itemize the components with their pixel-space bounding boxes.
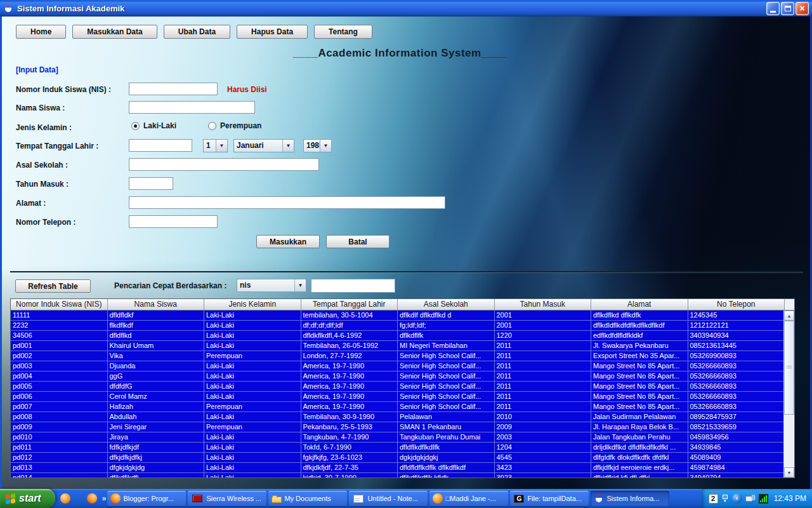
- birth-year-select[interactable]: 1985: [303, 139, 332, 152]
- search-filter-select[interactable]: nis: [237, 279, 306, 292]
- table-cell: dfjkdfjkdfj: [108, 473, 205, 478]
- table-row[interactable]: pd003DjuandaLaki-LakiAmerica, 19-7-1990S…: [11, 361, 783, 371]
- table-row[interactable]: 11111dfldfldkfLaki-Lakitembilahan, 30-5-…: [11, 311, 783, 321]
- table-row[interactable]: pd004ggGLaki-LakiAmerica, 19-7-1990Senio…: [11, 371, 783, 382]
- chevron-down-icon[interactable]: [216, 140, 227, 152]
- table-cell: pd006: [11, 392, 108, 402]
- table-row[interactable]: 2232flkdflkdfLaki-Lakidf;df;df;dlf;ldffg…: [11, 321, 783, 331]
- hide-icons-chevron[interactable]: ▼: [721, 495, 729, 503]
- vertical-scrollbar[interactable]: [783, 311, 794, 478]
- scroll-up-button[interactable]: [784, 311, 794, 321]
- table-cell: flkdflkdf: [108, 321, 205, 331]
- close-button[interactable]: ×: [796, 2, 809, 15]
- nav-button[interactable]: Home: [16, 25, 66, 39]
- task-button[interactable]: □Maddi Jane -...: [429, 491, 508, 506]
- table-row[interactable]: pd013dfgkjdgkjdgLaki-Lakidfkjdkfjdf, 22-…: [11, 463, 783, 473]
- gender-female-radio[interactable]: [208, 122, 216, 130]
- wireless-network-icon[interactable]: [745, 493, 756, 504]
- table-cell: 11111: [11, 311, 108, 321]
- table-cell: Laki-Laki: [204, 432, 301, 443]
- table-cell: dfkjdkfjdf, 22-7-35: [301, 463, 398, 473]
- nama-input[interactable]: [129, 101, 255, 114]
- quick-launch-overflow-chevron[interactable]: »: [101, 494, 108, 503]
- table-row[interactable]: pd014dfjkdfjkdfjLaki-Lakikjdkjd, 30-7-19…: [11, 473, 783, 478]
- submit-button[interactable]: Masukkan: [256, 235, 320, 248]
- table-row[interactable]: pd012dfkjdfkjdfkjLaki-Lakifgkjfkjfg, 23-…: [11, 453, 783, 463]
- table-cell: Laki-Laki: [204, 331, 301, 341]
- nav-button-label: Hapus Data: [251, 27, 293, 36]
- birth-place-input[interactable]: [129, 139, 192, 152]
- tahun-masuk-input[interactable]: [129, 177, 173, 190]
- scroll-down-button[interactable]: [784, 467, 794, 478]
- telepon-input[interactable]: [129, 215, 218, 228]
- table-cell: 2011: [495, 382, 592, 392]
- table-cell: 089528475937: [688, 412, 784, 422]
- table-cell: Laki-Laki: [204, 453, 301, 463]
- quick-launch-icon[interactable]: [87, 493, 97, 504]
- table-header: Nomor Induk Siswa (NIS)Nama SiswaJenis K…: [11, 299, 794, 311]
- messenger-tray-icon[interactable]: 2: [709, 494, 718, 504]
- gender-male-radio[interactable]: [131, 122, 140, 130]
- table-column-header[interactable]: Alamat: [591, 299, 688, 311]
- table-cell: Khairul Umam: [108, 341, 205, 351]
- task-icon: [514, 495, 524, 503]
- nav-button[interactable]: Masukkan Data: [72, 25, 157, 39]
- nav-button[interactable]: Ubah Data: [164, 25, 230, 39]
- task-icon: [594, 493, 604, 504]
- task-button[interactable]: Untitled - Note...: [349, 491, 428, 506]
- chevron-down-icon[interactable]: [294, 279, 306, 291]
- table-cell: pd013: [11, 463, 108, 473]
- nis-input[interactable]: [129, 83, 218, 95]
- table-row[interactable]: pd007HafizahPerempuanAmerica, 19-7-1990S…: [11, 402, 783, 412]
- start-button[interactable]: start: [0, 489, 55, 508]
- table-row[interactable]: pd006Cerol MamzLaki-LakiAmerica, 19-7-19…: [11, 392, 783, 402]
- table-cell: Laki-Laki: [204, 341, 301, 351]
- asal-sekolah-input[interactable]: [129, 158, 319, 171]
- task-button[interactable]: Blogger: Progr...: [107, 491, 186, 506]
- table-row[interactable]: pd010JirayaLaki-LakiTangkuban, 4-7-1990T…: [11, 432, 783, 443]
- table-row[interactable]: pd002VikaPerempuanLondon, 27-7-1992Senio…: [11, 351, 783, 361]
- scrollbar-thumb[interactable]: [784, 321, 794, 415]
- search-filter-value: nis: [237, 279, 294, 291]
- table-cell: dfldflkdflkdlfk: [398, 443, 495, 453]
- search-query-input[interactable]: [311, 279, 395, 293]
- quick-launch-icon[interactable]: [60, 493, 70, 504]
- nav-button[interactable]: Hapus Data: [237, 25, 308, 39]
- nama-label: Nama Siswa :: [16, 104, 65, 112]
- table-cell: pd005: [11, 382, 108, 392]
- task-button[interactable]: Sierra Wireless ...: [188, 491, 266, 506]
- table-column-header[interactable]: No Telepon: [688, 299, 785, 311]
- table-column-header[interactable]: Jenis Kelamin: [204, 299, 301, 311]
- bluetooth-tray-icon[interactable]: ‹: [732, 493, 742, 504]
- table-column-header[interactable]: Tempat Tanggal Lahir: [301, 299, 398, 311]
- chevron-down-icon[interactable]: [282, 140, 294, 152]
- task-button[interactable]: File: tampilData...: [510, 491, 589, 506]
- nav-button[interactable]: Tentang: [314, 25, 372, 39]
- table-column-header[interactable]: Tahun Masuk: [495, 299, 592, 311]
- table-row[interactable]: pd001Khairul UmamLaki-LakiTembilahan, 26…: [11, 341, 783, 351]
- chevron-down-icon[interactable]: [320, 140, 331, 152]
- signal-strength-icon[interactable]: [759, 494, 768, 504]
- task-icon: [272, 497, 282, 503]
- table-column-header[interactable]: Nama Siswa: [108, 299, 205, 311]
- birth-day-select[interactable]: 1: [203, 139, 228, 152]
- alamat-input[interactable]: [129, 196, 445, 209]
- task-button[interactable]: Sistem Informa...: [591, 491, 669, 506]
- table-column-header[interactable]: Asal Sekolah: [398, 299, 495, 311]
- table-row[interactable]: pd011fdfkjdfkjdfLaki-LakiTokfd, 6-7-1990…: [11, 443, 783, 453]
- table-cell: 1204: [495, 443, 592, 453]
- cancel-button[interactable]: Batal: [326, 235, 390, 248]
- table-row[interactable]: pd008AbdullahLaki-LakiTembilahan, 30-9-1…: [11, 412, 783, 422]
- refresh-table-button[interactable]: Refresh Table: [15, 279, 91, 293]
- task-button[interactable]: My Documents: [268, 491, 347, 506]
- maximize-button[interactable]: [781, 2, 794, 15]
- minimize-button[interactable]: [766, 2, 780, 15]
- table-row[interactable]: 34506dfldflkdLaki-Lakidfldkflkdfl,4-6-19…: [11, 331, 783, 341]
- birth-month-select[interactable]: Januari: [233, 139, 294, 152]
- window-body: HomeMasukkan DataUbah DataHapus DataTent…: [0, 17, 812, 489]
- table-column-header[interactable]: Nomor Induk Siswa (NIS): [11, 299, 108, 311]
- table-cell: 3403940934: [688, 331, 784, 341]
- quick-launch-icon[interactable]: [74, 493, 84, 504]
- table-row[interactable]: pd009Jeni SiregarPerempuanPekanbaru, 25-…: [11, 422, 783, 432]
- table-row[interactable]: pd005dfdfdfGLaki-LakiAmerica, 19-7-1990S…: [11, 382, 783, 392]
